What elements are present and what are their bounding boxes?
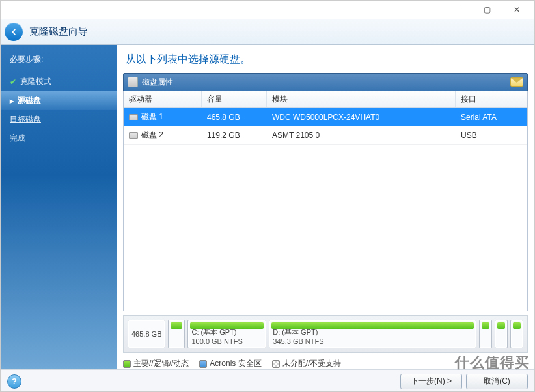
step-finish: 完成 (1, 129, 117, 148)
maximize-button[interactable]: ▢ (472, 1, 502, 19)
help-button[interactable]: ? (7, 374, 21, 389)
usage-bar-icon (271, 322, 474, 329)
usage-bar-icon (482, 322, 489, 329)
wizard-header: 克隆磁盘向导 (1, 19, 534, 45)
partition-map: 465.8 GB 基... C: (基本 GPT) 100.0 GB NTFS … (123, 315, 528, 353)
arrow-left-icon (9, 27, 18, 36)
partition-stub[interactable] (510, 320, 523, 348)
content-title: 从以下列表中选择源硬盘。 (117, 45, 534, 73)
disk-icon (129, 132, 138, 139)
disk-icon (129, 114, 138, 120)
usage-bar-icon (497, 322, 505, 329)
step-clone-mode[interactable]: 克隆模式 (1, 72, 117, 91)
window-controls: — ▢ ✕ (442, 1, 532, 19)
legend-unallocated: 未分配//不受支持 (272, 358, 342, 369)
sidebar-label: 必要步骤: (1, 50, 117, 72)
step-source-disk[interactable]: 源磁盘 (1, 91, 117, 110)
th-model[interactable]: 模块 (267, 91, 456, 107)
table-row[interactable]: 磁盘 1 465.8 GB WDC WD5000LPCX-24VHAT0 Ser… (124, 108, 527, 126)
main-area: 必要步骤: 克隆模式 源磁盘 目标磁盘 完成 从以下列表中选择源硬盘。 磁盘属性… (1, 45, 534, 369)
partition-stub[interactable] (479, 320, 492, 348)
swatch-blue-icon (199, 360, 207, 368)
step-target-disk[interactable]: 目标磁盘 (1, 110, 117, 129)
cancel-button[interactable]: 取消(C) (466, 374, 528, 389)
swatch-stripe-icon (272, 360, 280, 368)
th-interface[interactable]: 接口 (456, 91, 527, 107)
back-button[interactable] (5, 23, 23, 41)
table-body: 磁盘 1 465.8 GB WDC WD5000LPCX-24VHAT0 Ser… (124, 108, 527, 145)
usage-bar-icon (513, 322, 521, 329)
partition-d[interactable]: D: (基本 GPT) 345.3 GB NTFS (269, 320, 476, 348)
next-button[interactable]: 下一步(N) > (400, 374, 462, 389)
th-drive[interactable]: 驱动器 (124, 91, 202, 107)
close-button[interactable]: ✕ (502, 1, 532, 19)
th-capacity[interactable]: 容量 (202, 91, 267, 107)
steps-sidebar: 必要步骤: 克隆模式 源磁盘 目标磁盘 完成 (1, 45, 117, 369)
partition-stub[interactable] (495, 320, 508, 348)
table-empty-area (124, 145, 527, 311)
table-row[interactable]: 磁盘 2 119.2 GB ASMT 2105 0 USB (124, 126, 527, 145)
minimize-button[interactable]: — (442, 1, 472, 19)
content-pane: 从以下列表中选择源硬盘。 磁盘属性 驱动器 容量 模块 接口 磁盘 1 465.… (117, 45, 534, 369)
disk-properties-icon (128, 77, 138, 87)
disk-table: 驱动器 容量 模块 接口 磁盘 1 465.8 GB WDC WD5000LPC… (123, 91, 528, 311)
legend-primary: 主要//逻辑//动态 (123, 358, 189, 369)
swatch-green-icon (123, 360, 131, 368)
partition-total[interactable]: 465.8 GB (128, 320, 165, 348)
partition-c[interactable]: C: (基本 GPT) 100.0 GB NTFS (187, 320, 266, 348)
partition-stub[interactable]: 基... (168, 320, 185, 348)
usage-bar-icon (171, 322, 182, 329)
columns-icon[interactable] (510, 77, 523, 87)
window-titlebar: — ▢ ✕ (1, 1, 534, 19)
usage-bar-icon (190, 322, 264, 329)
disk-properties-toolbar: 磁盘属性 (123, 73, 528, 91)
wizard-title: 克隆磁盘向导 (29, 25, 88, 38)
legend-acronis: Acronis 安全区 (199, 358, 261, 369)
disk-properties-label[interactable]: 磁盘属性 (142, 77, 173, 88)
wizard-footer: ? 下一步(N) > 取消(C) (1, 369, 534, 392)
table-header: 驱动器 容量 模块 接口 (124, 91, 527, 108)
partition-legend: 主要//逻辑//动态 Acronis 安全区 未分配//不受支持 (123, 358, 528, 369)
